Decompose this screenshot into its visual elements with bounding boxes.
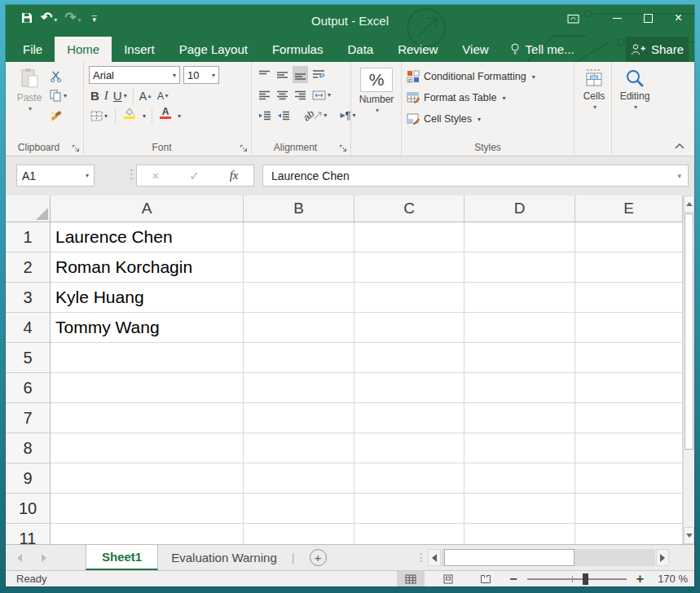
close-button[interactable]: × <box>675 11 682 24</box>
new-sheet-button[interactable]: + <box>310 549 327 566</box>
cell[interactable] <box>354 222 464 253</box>
increase-indent-button[interactable] <box>275 107 292 124</box>
cell-a3[interactable]: Kyle Huang <box>51 283 244 313</box>
align-right-button[interactable] <box>293 86 308 103</box>
row-header[interactable]: 3 <box>6 283 51 313</box>
tab-scroll-splitter[interactable]: ⋮ <box>416 551 427 564</box>
increase-font-size-button[interactable]: A▲ <box>138 87 154 104</box>
horizontal-scrollbar-thumb[interactable] <box>444 549 575 566</box>
cell[interactable] <box>354 253 464 283</box>
cut-button[interactable] <box>48 68 68 85</box>
cell[interactable] <box>464 433 575 463</box>
cell[interactable] <box>51 403 244 433</box>
cells-button[interactable]: Cells ▾ <box>579 66 609 111</box>
cell[interactable] <box>354 313 464 343</box>
sheet-tab-evaluation-warning[interactable]: Evaluation Warning <box>158 545 290 570</box>
cell[interactable] <box>575 403 683 433</box>
sheet-tab-sheet1[interactable]: Sheet1 <box>86 545 158 570</box>
tab-view[interactable]: View <box>450 37 500 62</box>
cell[interactable] <box>244 283 354 313</box>
cell[interactable] <box>354 463 464 494</box>
cell[interactable] <box>464 283 575 313</box>
conditional-formatting-button[interactable]: ≠ Conditional Formatting ▾ <box>407 66 570 87</box>
tab-page-layout[interactable]: Page Layout <box>167 37 260 62</box>
clipboard-dialog-launcher[interactable] <box>72 144 80 152</box>
cell[interactable] <box>354 494 464 524</box>
cell[interactable] <box>464 524 575 544</box>
align-left-button[interactable] <box>257 86 272 103</box>
tab-formulas[interactable]: Formulas <box>260 37 336 62</box>
cell[interactable] <box>354 283 464 313</box>
align-center-button[interactable] <box>275 86 290 103</box>
page-layout-view-button[interactable] <box>434 571 462 586</box>
confirm-entry-button[interactable]: ✓ <box>189 169 200 183</box>
customize-qat-button[interactable]: ─▾ <box>92 14 97 22</box>
cell[interactable] <box>354 524 464 544</box>
number-format-button[interactable]: % Number ▾ <box>356 66 397 114</box>
fill-color-button[interactable] <box>121 108 138 125</box>
column-header-b[interactable]: B <box>244 195 354 222</box>
insert-function-button[interactable]: fx <box>230 169 239 182</box>
tab-insert[interactable]: Insert <box>112 37 167 62</box>
tab-file[interactable]: File <box>11 37 55 62</box>
cell[interactable] <box>575 343 683 373</box>
cell[interactable] <box>575 373 683 403</box>
row-header[interactable]: 11 <box>6 524 51 544</box>
column-header-c[interactable]: C <box>354 195 464 222</box>
cell[interactable] <box>354 373 464 403</box>
borders-button[interactable]: ▾ <box>89 108 109 125</box>
editing-button[interactable]: Editing ▾ <box>617 66 653 111</box>
normal-view-button[interactable] <box>397 571 425 586</box>
minimize-button[interactable] <box>613 18 622 19</box>
scroll-right-button[interactable] <box>656 549 669 566</box>
cell[interactable] <box>464 494 575 524</box>
cell[interactable] <box>244 313 354 343</box>
vertical-scrollbar-thumb[interactable] <box>685 213 693 450</box>
cell[interactable] <box>244 433 354 463</box>
cell[interactable] <box>354 403 464 433</box>
horizontal-scrollbar[interactable] <box>442 549 655 566</box>
cell[interactable] <box>51 494 244 524</box>
paste-button[interactable]: Paste ▾ <box>11 66 48 124</box>
cell[interactable] <box>575 433 683 463</box>
cell[interactable] <box>51 343 244 373</box>
cell-a1[interactable]: Laurence Chen <box>51 222 244 253</box>
row-header[interactable]: 4 <box>6 313 51 343</box>
next-sheet-button[interactable] <box>42 554 46 562</box>
column-header-a[interactable]: A <box>51 195 244 222</box>
cell[interactable] <box>244 373 354 403</box>
align-middle-button[interactable] <box>275 66 290 83</box>
format-as-table-button[interactable]: Format as Table ▾ <box>407 87 570 108</box>
underline-button[interactable]: U▾ <box>112 87 129 104</box>
font-dialog-launcher[interactable] <box>240 144 248 152</box>
cell[interactable] <box>51 463 244 494</box>
redo-button[interactable]: ↷▾ <box>64 11 81 25</box>
tab-review[interactable]: Review <box>385 37 450 62</box>
cell[interactable] <box>464 222 575 253</box>
scroll-left-button[interactable] <box>428 549 441 566</box>
zoom-level[interactable]: 170 % <box>654 573 688 585</box>
expand-formula-bar-button[interactable]: ▾ <box>677 172 681 180</box>
row-header[interactable]: 9 <box>6 463 51 494</box>
cell[interactable] <box>575 253 683 283</box>
cell[interactable] <box>464 343 575 373</box>
cell-a4[interactable]: Tommy Wang <box>51 313 244 343</box>
cell[interactable] <box>464 313 575 343</box>
cell[interactable] <box>575 313 683 343</box>
cell[interactable] <box>575 524 683 544</box>
scroll-up-button[interactable] <box>684 195 694 213</box>
cell[interactable] <box>575 283 683 313</box>
decrease-font-size-button[interactable]: A▼ <box>156 87 171 104</box>
tab-home[interactable]: Home <box>55 37 112 62</box>
cell[interactable] <box>464 373 575 403</box>
cell[interactable] <box>575 222 683 253</box>
format-painter-button[interactable] <box>48 107 68 124</box>
maximize-button[interactable] <box>644 14 653 23</box>
bold-button[interactable]: B <box>89 87 101 104</box>
alignment-dialog-launcher[interactable] <box>339 144 347 152</box>
cell[interactable] <box>464 403 575 433</box>
cell[interactable] <box>575 494 683 524</box>
row-header[interactable]: 10 <box>6 494 51 524</box>
cell-styles-button[interactable]: Cell Styles ▾ <box>407 108 570 130</box>
align-bottom-button[interactable] <box>293 66 308 83</box>
